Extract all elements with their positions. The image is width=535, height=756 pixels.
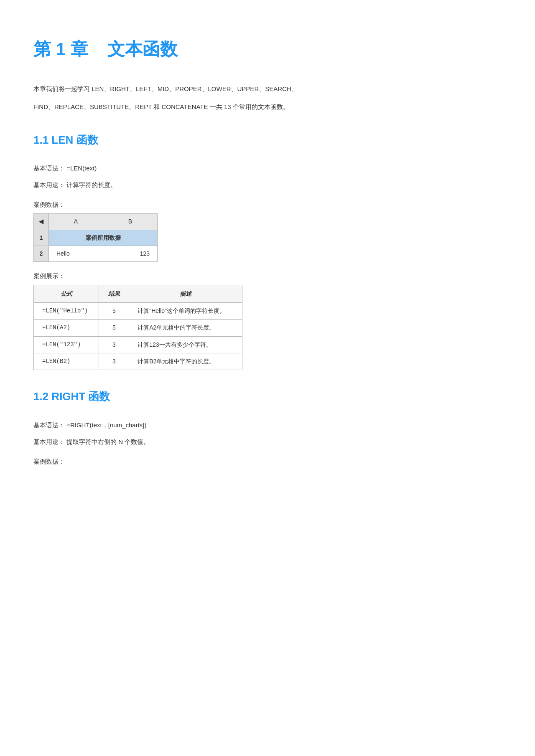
section-1-1-syntax: 基本语法： =LEN(text) xyxy=(33,162,502,175)
demo-label-1-1: 案例展示： xyxy=(33,270,502,282)
formula-cell: =LEN("Hello") xyxy=(34,303,99,320)
intro-line2: FIND、REPLACE、SUBSTITUTE、REPT 和 CONCATENA… xyxy=(33,100,502,114)
result-cell: 5 xyxy=(99,320,129,336)
section-1-1-usage: 基本用途： 计算字符的长度。 xyxy=(33,179,502,191)
desc-cell: 计算"Hello"这个单词的字符长度。 xyxy=(129,303,242,320)
syntax-value-1-2: =RIGHT(text，[num_charts]) xyxy=(66,421,146,429)
case-header-result: 结果 xyxy=(99,285,129,302)
syntax-label-1-2: 基本语法： xyxy=(33,421,65,429)
section-1-2-syntax: 基本语法： =RIGHT(text，[num_charts]) xyxy=(33,419,502,431)
usage-label-1-2: 基本用途： xyxy=(33,438,65,445)
excel-row-1: 1 xyxy=(34,230,49,246)
desc-cell: 计算A2单元格中的字符长度。 xyxy=(129,320,242,336)
chapter-title-prefix: 第 xyxy=(33,39,51,59)
desc-cell: 计算B2单元格中字符的长度。 xyxy=(129,353,242,370)
data-label-1-2: 案例数据： xyxy=(33,456,502,467)
case-header-formula: 公式 xyxy=(34,285,99,302)
excel-col-a: A xyxy=(49,214,103,230)
formula-cell: =LEN(B2) xyxy=(34,353,99,370)
usage-value: 计算字符的长度。 xyxy=(66,181,117,188)
syntax-value: =LEN(text) xyxy=(66,165,97,172)
case-display-table-1-1: 公式 结果 描述 =LEN("Hello") 5 计算"Hello"这个单词的字… xyxy=(33,285,242,370)
formula-cell: =LEN(A2) xyxy=(34,320,99,336)
excel-cell-a2: Hello xyxy=(49,246,103,261)
intro-line1: 本章我们将一起学习 LEN、RIGHT、LEFT、MID、PROPER、LOWE… xyxy=(33,82,502,96)
chapter-title-num: 1 xyxy=(56,39,66,59)
section-1-2-usage: 基本用途： 提取字符中右侧的 N 个数值。 xyxy=(33,436,502,448)
case-header-desc: 描述 xyxy=(129,285,242,302)
usage-value-1-2: 提取字符中右侧的 N 个数值。 xyxy=(66,438,150,445)
excel-row-2: 2 xyxy=(34,246,49,261)
table-row: =LEN(A2) 5 计算A2单元格中的字符长度。 xyxy=(34,320,242,336)
desc-cell: 计算123一共有多少个字符。 xyxy=(129,336,242,353)
result-cell: 5 xyxy=(99,303,129,320)
excel-corner: ◀ xyxy=(34,214,49,230)
table-row: =LEN("123") 3 计算123一共有多少个字符。 xyxy=(34,336,242,353)
excel-col-b: B xyxy=(103,214,158,230)
table-row: =LEN(B2) 3 计算B2单元格中字符的长度。 xyxy=(34,353,242,370)
result-cell: 3 xyxy=(99,336,129,353)
section-1-1-title: 1.1 LEN 函数 xyxy=(33,130,502,150)
table-row: =LEN("Hello") 5 计算"Hello"这个单词的字符长度。 xyxy=(34,303,242,320)
chapter-title-mid: 章 xyxy=(71,39,88,59)
chapter-title: 第 1 章 文本函数 xyxy=(33,33,502,65)
syntax-label: 基本语法： xyxy=(33,165,65,172)
usage-label: 基本用途： xyxy=(33,181,65,188)
data-label-1-1: 案例数据： xyxy=(33,199,502,210)
chapter-title-suffix: 文本函数 xyxy=(107,39,178,59)
section-1-2-title: 1.2 RIGHT 函数 xyxy=(33,387,502,406)
excel-cell-b2: 123 xyxy=(103,246,158,261)
excel-merged-header: 案例所用数据 xyxy=(49,230,158,246)
excel-data-table-1-1: ◀ A B 1 案例所用数据 2 Hello 123 xyxy=(33,213,158,262)
formula-cell: =LEN("123") xyxy=(34,336,99,353)
result-cell: 3 xyxy=(99,353,129,370)
